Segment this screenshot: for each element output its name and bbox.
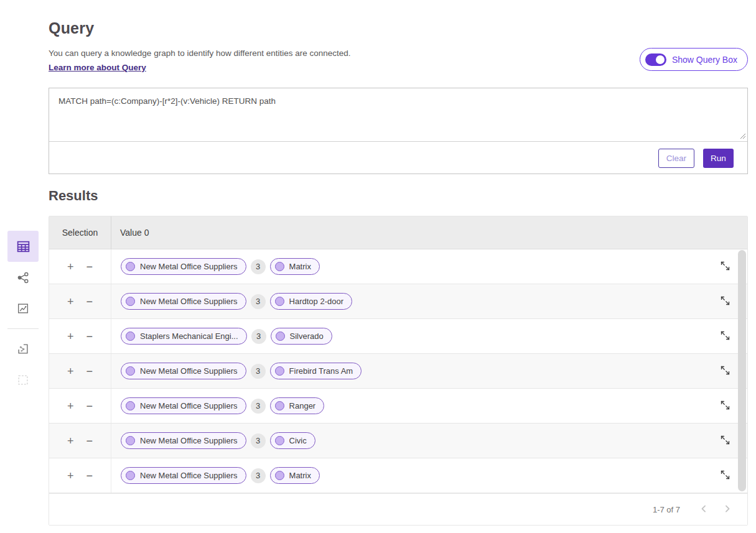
expand-icon — [720, 295, 730, 306]
remove-selection-button[interactable]: − — [85, 331, 95, 342]
graph-view-icon — [16, 271, 30, 285]
remove-selection-button[interactable]: − — [85, 401, 95, 412]
target-entity-label: Matrix — [289, 262, 311, 271]
vertical-scrollbar[interactable] — [738, 250, 746, 491]
source-entity-pill[interactable]: New Metal Office Suppliers — [121, 432, 246, 449]
add-selection-button[interactable]: + — [66, 296, 75, 307]
source-entity-label: New Metal Office Suppliers — [140, 297, 238, 306]
expand-icon — [720, 470, 730, 480]
entity-node-icon — [126, 297, 135, 306]
column-header-value0: Value 0 — [111, 228, 747, 238]
entity-node-icon — [275, 471, 284, 480]
next-page-button[interactable] — [720, 501, 735, 518]
entity-node-icon — [126, 366, 135, 376]
learn-more-link[interactable]: Learn more about Query — [49, 63, 146, 72]
table-view-icon — [16, 239, 31, 254]
remove-selection-button[interactable]: − — [85, 261, 95, 272]
chevron-left-icon — [698, 503, 710, 515]
entity-node-icon — [275, 366, 284, 376]
table-row: + − New Metal Office Suppliers 3 Matrix — [49, 249, 747, 284]
table-row: + − New Metal Office Suppliers 3 Firebir… — [49, 354, 747, 389]
expand-row-button[interactable] — [719, 259, 732, 274]
source-entity-label: New Metal Office Suppliers — [140, 401, 238, 410]
hop-count-badge: 3 — [251, 329, 266, 344]
target-entity-pill[interactable]: Ranger — [270, 397, 325, 414]
sidebar-divider — [7, 328, 39, 329]
target-entity-pill[interactable]: Civic — [270, 432, 315, 449]
table-body: + − New Metal Office Suppliers 3 Matrix — [49, 249, 747, 493]
target-entity-pill[interactable]: Hardtop 2-door — [270, 293, 352, 310]
sidebar-item-chart-view[interactable] — [7, 293, 39, 324]
sidebar-item-graph-view[interactable] — [7, 262, 39, 293]
target-entity-label: Civic — [289, 436, 307, 445]
add-selection-button[interactable]: + — [66, 470, 75, 481]
row-selection-cell: + − — [49, 389, 111, 423]
entity-node-icon — [275, 401, 284, 410]
remove-selection-button[interactable]: − — [85, 366, 95, 377]
row-value-cell: New Metal Office Suppliers 3 Matrix — [111, 258, 702, 275]
source-entity-label: New Metal Office Suppliers — [140, 436, 238, 445]
row-selection-cell: + − — [49, 354, 111, 388]
page-description: You can query a knowledge graph to ident… — [49, 49, 351, 58]
row-selection-cell: + − — [49, 284, 111, 318]
entity-node-icon — [275, 436, 284, 445]
results-title: Results — [49, 188, 98, 204]
remove-selection-button[interactable]: − — [85, 296, 95, 307]
add-selection-button[interactable]: + — [66, 366, 75, 377]
expand-row-button[interactable] — [719, 468, 732, 483]
sidebar-item-table-view[interactable] — [7, 231, 39, 262]
source-entity-pill[interactable]: New Metal Office Suppliers — [121, 363, 246, 379]
row-value-cell: New Metal Office Suppliers 3 Firebird Tr… — [111, 363, 702, 379]
remove-selection-button[interactable]: − — [85, 470, 95, 481]
expand-row-button[interactable] — [719, 294, 732, 309]
row-selection-cell: + − — [49, 319, 111, 353]
expand-row-button[interactable] — [719, 364, 732, 379]
expand-icon — [720, 330, 730, 341]
source-entity-pill[interactable]: Staplers Mechanical Engi... — [121, 328, 247, 345]
remove-selection-button[interactable]: − — [85, 435, 95, 447]
source-entity-label: New Metal Office Suppliers — [140, 262, 238, 271]
chart-view-icon — [16, 302, 30, 315]
table-row: + − Staplers Mechanical Engi... 3 Silver… — [49, 319, 747, 354]
source-entity-pill[interactable]: New Metal Office Suppliers — [121, 467, 246, 484]
row-value-cell: Staplers Mechanical Engi... 3 Silverado — [111, 328, 702, 345]
target-entity-label: Silverado — [290, 331, 324, 341]
source-entity-label: New Metal Office Suppliers — [140, 471, 238, 480]
query-textarea-wrap: MATCH path=(c:Company)-[r*2]-(v:Vehicle)… — [49, 88, 747, 142]
expand-row-button[interactable] — [719, 433, 732, 448]
toggle-knob — [656, 55, 665, 64]
previous-page-button[interactable] — [696, 501, 711, 518]
entity-node-icon — [275, 297, 284, 306]
expand-icon — [720, 365, 730, 376]
query-input[interactable]: MATCH path=(c:Company)-[r*2]-(v:Vehicle)… — [49, 88, 747, 141]
target-entity-label: Matrix — [289, 471, 311, 480]
toggle-switch-icon[interactable] — [645, 53, 666, 66]
clear-button[interactable]: Clear — [658, 149, 694, 168]
source-entity-pill[interactable]: New Metal Office Suppliers — [121, 258, 246, 275]
saved-exploration-icon — [16, 342, 30, 356]
target-entity-pill[interactable]: Matrix — [270, 467, 320, 484]
row-value-cell: New Metal Office Suppliers 3 Hardtop 2-d… — [111, 293, 702, 310]
target-entity-label: Ranger — [289, 401, 316, 410]
row-selection-cell: + − — [49, 424, 111, 458]
entity-node-icon — [126, 331, 135, 341]
column-header-selection: Selection — [49, 216, 111, 249]
source-entity-pill[interactable]: New Metal Office Suppliers — [121, 293, 246, 310]
add-selection-button[interactable]: + — [66, 401, 75, 412]
expand-row-button[interactable] — [719, 329, 732, 344]
target-entity-pill[interactable]: Silverado — [271, 328, 332, 345]
hop-count-badge: 3 — [251, 468, 266, 483]
expand-row-button[interactable] — [719, 399, 732, 414]
add-selection-button[interactable]: + — [66, 261, 75, 272]
target-entity-pill[interactable]: Firebird Trans Am — [270, 363, 362, 379]
source-entity-pill[interactable]: New Metal Office Suppliers — [121, 397, 246, 414]
target-entity-pill[interactable]: Matrix — [270, 258, 320, 275]
sidebar-item-saved-exploration[interactable] — [7, 333, 39, 364]
add-selection-button[interactable]: + — [66, 435, 75, 447]
row-selection-cell: + − — [49, 249, 111, 284]
table-row: + − New Metal Office Suppliers 3 Matrix — [49, 458, 747, 493]
add-selection-button[interactable]: + — [66, 331, 75, 342]
resize-handle-icon[interactable] — [739, 132, 746, 139]
run-button[interactable]: Run — [703, 149, 734, 168]
show-query-box-toggle[interactable]: Show Query Box — [640, 48, 748, 71]
